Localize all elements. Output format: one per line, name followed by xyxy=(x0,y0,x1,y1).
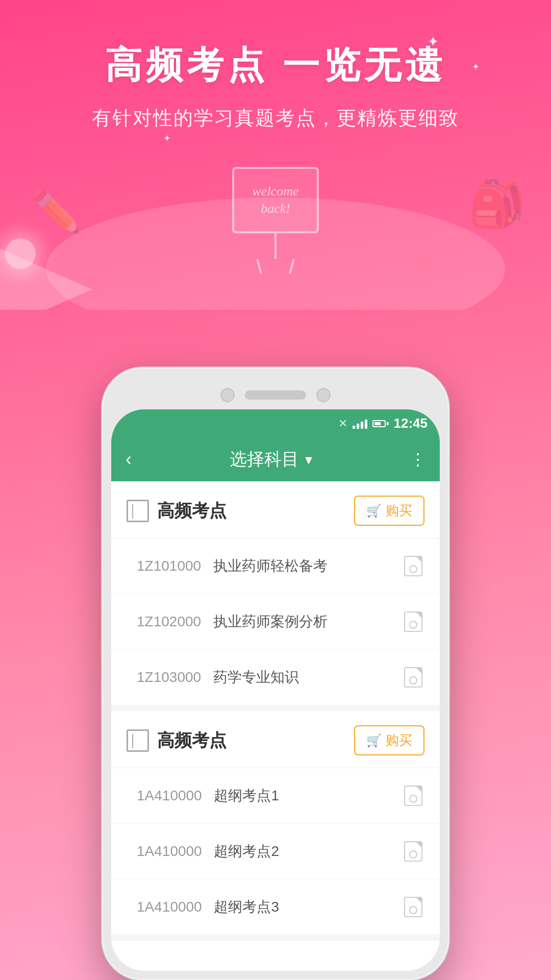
phone-screen: ✕ 12:45 xyxy=(111,409,440,971)
section-1-buy-button[interactable]: 🛒 购买 xyxy=(354,496,424,526)
cart-icon-1: 🛒 xyxy=(366,504,382,518)
item-2-2-name: 超纲考点2 xyxy=(214,843,279,859)
header-title-area[interactable]: 选择科目 ▾ xyxy=(230,448,312,471)
section-2-label: 高频考点 xyxy=(157,729,227,752)
item-1-3-code: 1Z103000 xyxy=(137,669,201,685)
app-header: ‹ 选择科目 ▾ ⋮ xyxy=(111,437,440,481)
item-2-3-icon xyxy=(402,896,424,918)
list-item-2-2[interactable]: 1A410000 超纲考点2 xyxy=(111,824,440,879)
dropdown-icon: ▾ xyxy=(305,451,312,468)
list-item-1-1[interactable]: 1Z101000 执业药师轻松备考 xyxy=(111,538,440,594)
board-feet xyxy=(232,259,319,274)
item-1-1-text: 1Z101000 执业药师轻松备考 xyxy=(137,556,402,576)
signal-bars xyxy=(353,419,367,429)
section-1-left: 高频考点 xyxy=(127,499,227,523)
search-circle-4 xyxy=(409,795,417,803)
section-2-buy-label: 购买 xyxy=(386,731,412,749)
main-title: 高频考点 一览无遗 xyxy=(0,41,551,90)
section-2-left: 高频考点 xyxy=(127,729,227,752)
phone-speaker xyxy=(245,390,306,400)
item-1-2-code: 1Z102000 xyxy=(137,614,201,629)
doc-search-icon-6 xyxy=(404,897,422,917)
section-2-book-icon xyxy=(127,729,149,752)
item-2-3-text: 1A410000 超纲考点3 xyxy=(137,897,402,917)
item-2-3-name: 超纲考点3 xyxy=(214,899,279,915)
phone-camera-left xyxy=(220,388,235,402)
subtitle: 有针对性的学习真题考点，更精炼更细致 xyxy=(0,105,551,131)
welcome-text-line1: welcome xyxy=(253,183,299,200)
list-item-2-1[interactable]: 1A410000 超纲考点1 xyxy=(111,768,440,824)
doc-search-icon-5 xyxy=(404,841,422,862)
section-2-header: 高频考点 🛒 购买 xyxy=(111,711,440,768)
item-2-2-icon xyxy=(402,840,424,863)
search-circle-5 xyxy=(409,850,417,859)
list-item-1-2[interactable]: 1Z102000 执业药师案例分析 xyxy=(111,594,440,650)
battery-icon xyxy=(372,420,389,427)
item-2-2-text: 1A410000 超纲考点2 xyxy=(137,842,402,861)
board-pole xyxy=(274,233,277,259)
item-2-1-icon xyxy=(402,785,424,807)
item-2-2-code: 1A410000 xyxy=(137,843,202,859)
item-2-1-name: 超纲考点1 xyxy=(214,788,279,803)
item-1-3-text: 1Z103000 药学专业知识 xyxy=(137,668,402,687)
header-title: 选择科目 xyxy=(230,448,299,471)
item-2-1-text: 1A410000 超纲考点1 xyxy=(137,786,402,805)
signal-bar-3 xyxy=(361,422,363,429)
section-1-label: 高频考点 xyxy=(157,499,227,523)
doc-search-icon-4 xyxy=(404,786,422,806)
welcome-text-line2: back! xyxy=(261,200,290,217)
list-item-2-3[interactable]: 1A410000 超纲考点3 xyxy=(111,879,440,935)
search-circle-2 xyxy=(409,621,417,629)
phone-outer-shell: ✕ 12:45 xyxy=(102,368,449,980)
phone-mockup: ✕ 12:45 xyxy=(102,368,449,980)
back-button[interactable]: ‹ xyxy=(126,449,132,470)
doc-search-icon-1 xyxy=(404,556,422,576)
section-1-book-icon xyxy=(127,500,149,522)
search-circle-6 xyxy=(409,906,417,914)
board-leg-left xyxy=(256,259,262,274)
item-2-1-code: 1A410000 xyxy=(137,788,202,803)
sparkle-decoration-3: ✦ xyxy=(163,133,171,144)
doc-search-icon-3 xyxy=(404,667,422,688)
status-bar: ✕ 12:45 xyxy=(111,409,440,437)
signal-bar-4 xyxy=(365,420,367,429)
item-1-2-icon xyxy=(402,610,424,633)
search-circle-3 xyxy=(409,676,417,684)
section-1-buy-label: 购买 xyxy=(386,502,412,520)
scene-area: ✏️ welcome back! 🎒 xyxy=(0,146,551,310)
flashlight-glow xyxy=(5,238,36,269)
cart-icon-2: 🛒 xyxy=(366,733,382,748)
phone-camera-right xyxy=(316,388,331,402)
item-1-2-name: 执业药师案例分析 xyxy=(213,614,328,629)
section-1-header: 高频考点 🛒 购买 xyxy=(111,481,440,538)
item-1-3-icon xyxy=(402,666,424,689)
item-1-2-text: 1Z102000 执业药师案例分析 xyxy=(137,612,402,631)
section-2-buy-button[interactable]: 🛒 购买 xyxy=(354,725,424,755)
status-icons: ✕ 12:45 xyxy=(338,415,428,431)
signal-bar-1 xyxy=(353,426,355,429)
top-section: 高频考点 一览无遗 有针对性的学习真题考点，更精炼更细致 xyxy=(0,0,551,131)
battery-tip xyxy=(387,422,389,425)
signal-bar-2 xyxy=(357,424,359,429)
search-circle-1 xyxy=(409,565,417,573)
item-1-1-icon xyxy=(402,555,424,577)
item-2-3-code: 1A410000 xyxy=(137,899,202,915)
wifi-off-icon: ✕ xyxy=(338,417,347,430)
section-1: 高频考点 🛒 购买 1Z101000 执业药师轻松备考 xyxy=(111,481,440,711)
item-1-1-name: 执业药师轻松备考 xyxy=(213,558,328,574)
item-1-1-code: 1Z101000 xyxy=(137,558,201,574)
list-item-1-3[interactable]: 1Z103000 药学专业知识 xyxy=(111,650,440,705)
app-screen: ✕ 12:45 xyxy=(111,409,440,971)
more-options-icon[interactable]: ⋮ xyxy=(410,450,425,469)
doc-search-icon-2 xyxy=(404,611,422,632)
content-list: 高频考点 🛒 购买 1Z101000 执业药师轻松备考 xyxy=(111,481,440,941)
left-decoration: ✏️ xyxy=(31,187,82,235)
right-decoration: 🎒 xyxy=(468,177,525,231)
status-time: 12:45 xyxy=(394,415,428,431)
section-2: 高频考点 🛒 购买 1A410000 超纲考点1 xyxy=(111,711,440,941)
welcome-board: welcome back! xyxy=(232,167,319,274)
battery-body xyxy=(372,420,386,427)
item-1-3-name: 药学专业知识 xyxy=(213,669,299,685)
board-leg-right xyxy=(289,259,295,274)
battery-fill xyxy=(374,422,381,425)
